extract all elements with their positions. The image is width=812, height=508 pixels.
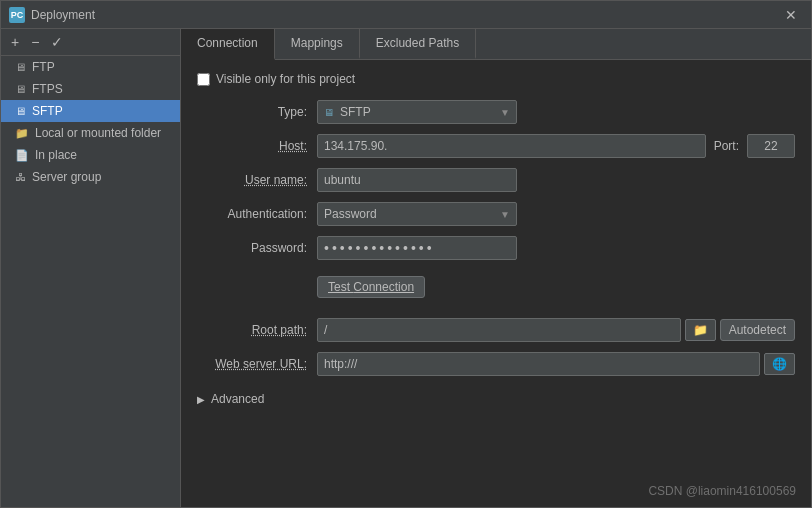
type-control: 🖥 SFTP ▼ xyxy=(317,100,795,124)
tabs: Connection Mappings Excluded Paths xyxy=(181,29,811,60)
test-connection-row: Test Connection xyxy=(197,270,795,308)
auth-select[interactable]: Password ▼ xyxy=(317,202,517,226)
password-label: Password: xyxy=(197,241,317,255)
form-area: Visible only for this project Type: 🖥 SF… xyxy=(181,60,811,507)
close-button[interactable]: ✕ xyxy=(779,5,803,25)
tab-excluded-paths[interactable]: Excluded Paths xyxy=(360,29,476,59)
visible-checkbox-row: Visible only for this project xyxy=(197,72,795,86)
deployment-window: PC Deployment ✕ + − ✓ 🖥 FTP 🖥 FTPS 🖥 SFT… xyxy=(0,0,812,508)
sidebar-item-ftps[interactable]: 🖥 FTPS xyxy=(1,78,180,100)
test-control: Test Connection xyxy=(317,270,795,308)
port-label: Port: xyxy=(714,139,739,153)
advanced-row[interactable]: ▶ Advanced xyxy=(197,388,795,410)
auth-select-arrow: ▼ xyxy=(500,209,510,220)
weburl-row: Web server URL: 🌐 xyxy=(197,352,795,376)
type-select-value: SFTP xyxy=(340,105,494,119)
ftp-icon: 🖥 xyxy=(15,61,26,73)
weburl-input[interactable] xyxy=(317,352,760,376)
inplace-icon: 📄 xyxy=(15,149,29,162)
weburl-label: Web server URL: xyxy=(197,357,317,371)
rootpath-row: Root path: 📁 Autodetect xyxy=(197,318,795,342)
globe-button[interactable]: 🌐 xyxy=(764,353,795,375)
weburl-control: 🌐 xyxy=(317,352,795,376)
type-select-arrow: ▼ xyxy=(500,107,510,118)
advanced-chevron-icon: ▶ xyxy=(197,394,205,405)
auth-label: Authentication: xyxy=(197,207,317,221)
type-select-icon: 🖥 xyxy=(324,107,334,118)
visible-checkbox-label[interactable]: Visible only for this project xyxy=(216,72,355,86)
username-label: User name: xyxy=(197,173,317,187)
password-row: Password: xyxy=(197,236,795,260)
local-icon: 📁 xyxy=(15,127,29,140)
auth-control: Password ▼ xyxy=(317,202,795,226)
main-panel: Connection Mappings Excluded Paths Visib… xyxy=(181,29,811,507)
tab-mappings[interactable]: Mappings xyxy=(275,29,360,59)
rootpath-control: 📁 Autodetect xyxy=(317,318,795,342)
host-input[interactable] xyxy=(317,134,706,158)
visible-checkbox[interactable] xyxy=(197,73,210,86)
type-row: Type: 🖥 SFTP ▼ xyxy=(197,100,795,124)
servergroup-icon: 🖧 xyxy=(15,171,26,183)
sidebar: + − ✓ 🖥 FTP 🖥 FTPS 🖥 SFTP 📁 Local or mou… xyxy=(1,29,181,507)
watermark: CSDN @liaomin416100569 xyxy=(648,484,796,498)
window-title: Deployment xyxy=(31,8,779,22)
sftp-icon: 🖥 xyxy=(15,105,26,117)
password-control xyxy=(317,236,795,260)
remove-button[interactable]: − xyxy=(27,33,43,51)
sidebar-item-local[interactable]: 📁 Local or mounted folder xyxy=(1,122,180,144)
sidebar-item-sftp[interactable]: 🖥 SFTP xyxy=(1,100,180,122)
rootpath-label: Root path: xyxy=(197,323,317,337)
port-input[interactable] xyxy=(747,134,795,158)
auth-select-value: Password xyxy=(324,207,496,221)
titlebar: PC Deployment ✕ xyxy=(1,1,811,29)
advanced-label: Advanced xyxy=(211,392,264,406)
add-button[interactable]: + xyxy=(7,33,23,51)
username-input[interactable] xyxy=(317,168,517,192)
host-control: Port: xyxy=(317,134,795,158)
app-icon: PC xyxy=(9,7,25,23)
host-row: Host: Port: xyxy=(197,134,795,158)
rootpath-input[interactable] xyxy=(317,318,681,342)
tab-connection[interactable]: Connection xyxy=(181,29,275,60)
username-row: User name: xyxy=(197,168,795,192)
sidebar-item-ftp[interactable]: 🖥 FTP xyxy=(1,56,180,78)
type-label: Type: xyxy=(197,105,317,119)
ftps-icon: 🖥 xyxy=(15,83,26,95)
auth-row: Authentication: Password ▼ xyxy=(197,202,795,226)
autodetect-button[interactable]: Autodetect xyxy=(720,319,795,341)
type-select[interactable]: 🖥 SFTP ▼ xyxy=(317,100,517,124)
ok-button[interactable]: ✓ xyxy=(47,33,67,51)
username-control xyxy=(317,168,795,192)
sidebar-item-servergroup[interactable]: 🖧 Server group xyxy=(1,166,180,188)
host-label: Host: xyxy=(197,139,317,153)
password-input[interactable] xyxy=(317,236,517,260)
sidebar-item-inplace[interactable]: 📄 In place xyxy=(1,144,180,166)
folder-button[interactable]: 📁 xyxy=(685,319,716,341)
test-connection-button[interactable]: Test Connection xyxy=(317,276,425,298)
sidebar-toolbar: + − ✓ xyxy=(1,29,180,56)
